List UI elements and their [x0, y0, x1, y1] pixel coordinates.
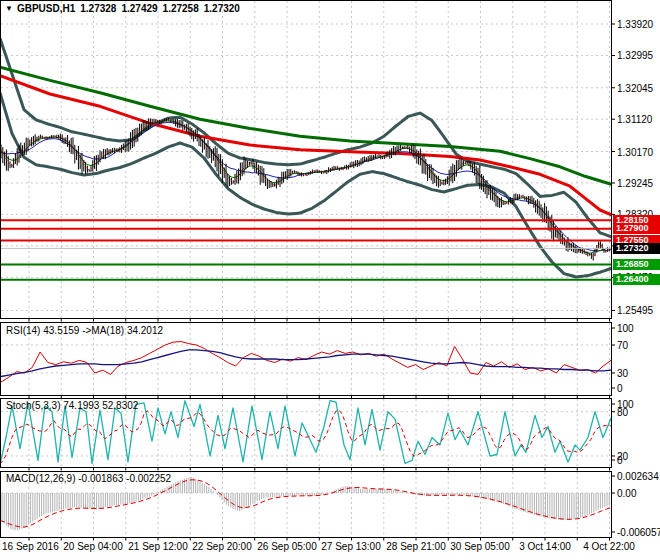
symbol-dropdown-icon: ▼: [5, 4, 13, 13]
trading-chart: ▼GBPUSD,H11.273281.274291.272581.27320 R…: [0, 0, 660, 560]
time-axis-label: 28 Sep 21:00: [386, 541, 446, 552]
rsi-axis-label: 70: [617, 340, 628, 351]
price-badge: 1.27900: [613, 223, 660, 234]
low-value: 1.27258: [163, 3, 199, 14]
rsi-label: RSI(14) 43.5159 ->MA(18) 34.2012: [6, 325, 163, 336]
price-axis-label: 1.32995: [617, 50, 653, 61]
high-value: 1.27429: [121, 3, 157, 14]
stochastic-axis-label: 80: [617, 407, 628, 418]
price-axis-label: 1.33920: [617, 19, 653, 30]
macd-axis-label: 0.00: [617, 488, 636, 499]
stochastic-axis-label: 0: [617, 455, 623, 466]
symbol-label: GBPUSD,H1: [17, 3, 75, 14]
stochastic-label: Stoch(5,3,3) 74.1993 52.8302: [6, 400, 138, 411]
price-axis-label: 1.31120: [617, 114, 652, 125]
time-axis-label: 27 Sep 13:00: [321, 541, 381, 552]
price-axis-label: 1.30170: [617, 147, 653, 158]
macd-label: MACD(12,26,9) -0.001863 -0.002252: [6, 473, 171, 484]
rsi-axis-label: 30: [617, 368, 628, 379]
chart-title: ▼GBPUSD,H11.273281.274291.272581.27320: [5, 3, 240, 14]
price-badge: 1.27320: [613, 243, 660, 254]
rsi-axis-label: 100: [617, 323, 634, 334]
price-axis-label: 1.25495: [617, 305, 653, 316]
time-axis-label: 3 Oct 14:00: [519, 541, 571, 552]
price-badge: 1.26400: [613, 274, 660, 285]
time-axis-label: 21 Sep 12:00: [128, 541, 188, 552]
macd-axis-label: 0.002634: [617, 471, 659, 482]
time-axis-label: 16 Sep 2016: [2, 541, 59, 552]
time-axis-label: 26 Sep 05:00: [257, 541, 317, 552]
time-axis-label: 30 Sep 05:00: [450, 541, 510, 552]
close-value: 1.27320: [204, 3, 240, 14]
rsi-axis-label: 0: [617, 383, 623, 394]
open-value: 1.27328: [80, 3, 116, 14]
time-axis-label: 4 Oct 22:00: [583, 541, 635, 552]
time-axis-label: 20 Sep 04:00: [63, 541, 123, 552]
price-axis-label: 1.29245: [617, 178, 653, 189]
main-chart-plot[interactable]: [0, 0, 612, 319]
macd-axis-label: -0.006057: [617, 527, 660, 538]
price-badge: 1.26850: [613, 259, 660, 270]
time-axis-label: 22 Sep 20:00: [192, 541, 252, 552]
price-axis-label: 1.32045: [617, 83, 653, 94]
